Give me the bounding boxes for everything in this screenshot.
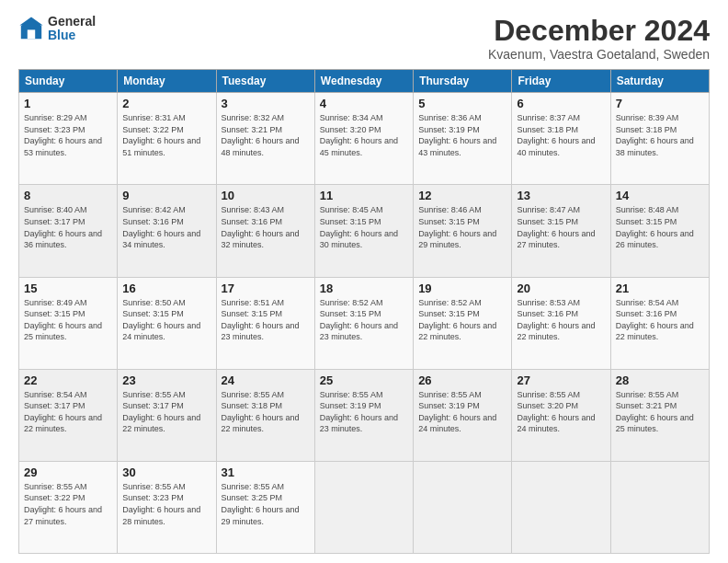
day-info: Sunrise: 8:54 AMSunset: 3:16 PMDaylight:… xyxy=(616,297,704,343)
calendar-cell: 23Sunrise: 8:55 AMSunset: 3:17 PMDayligh… xyxy=(118,369,216,461)
day-number: 21 xyxy=(616,282,704,295)
calendar-page: General Blue December 2024 Kvaenum, Vaes… xyxy=(0,0,728,563)
day-info: Sunrise: 8:48 AMSunset: 3:15 PMDaylight:… xyxy=(616,204,704,250)
day-info: Sunrise: 8:36 AMSunset: 3:19 PMDaylight:… xyxy=(418,112,506,158)
day-info: Sunrise: 8:42 AMSunset: 3:16 PMDaylight:… xyxy=(122,204,210,250)
col-monday: Monday xyxy=(118,70,216,93)
day-info: Sunrise: 8:43 AMSunset: 3:16 PMDaylight:… xyxy=(222,204,310,250)
calendar-week-2: 8Sunrise: 8:40 AMSunset: 3:17 PMDaylight… xyxy=(19,185,710,277)
day-number: 7 xyxy=(616,97,704,110)
day-info: Sunrise: 8:55 AMSunset: 3:21 PMDaylight:… xyxy=(616,389,704,435)
calendar-cell xyxy=(610,461,709,553)
day-info: Sunrise: 8:47 AMSunset: 3:15 PMDaylight:… xyxy=(517,204,605,250)
day-info: Sunrise: 8:53 AMSunset: 3:16 PMDaylight:… xyxy=(517,297,605,343)
day-info: Sunrise: 8:55 AMSunset: 3:20 PMDaylight:… xyxy=(517,389,605,435)
calendar-cell xyxy=(512,461,610,553)
calendar-cell: 10Sunrise: 8:43 AMSunset: 3:16 PMDayligh… xyxy=(216,185,314,277)
day-number: 23 xyxy=(122,373,210,387)
day-number: 10 xyxy=(222,189,310,202)
col-friday: Friday xyxy=(512,70,610,93)
day-number: 11 xyxy=(320,189,408,202)
day-number: 1 xyxy=(24,97,112,110)
calendar-cell: 7Sunrise: 8:39 AMSunset: 3:18 PMDaylight… xyxy=(610,93,709,185)
day-info: Sunrise: 8:55 AMSunset: 3:18 PMDaylight:… xyxy=(222,389,310,435)
logo-icon xyxy=(18,16,44,41)
col-wednesday: Wednesday xyxy=(314,70,413,93)
calendar-cell: 5Sunrise: 8:36 AMSunset: 3:19 PMDaylight… xyxy=(414,93,512,185)
day-number: 18 xyxy=(320,282,408,295)
calendar-table: Sunday Monday Tuesday Wednesday Thursday… xyxy=(18,69,710,554)
calendar-cell: 8Sunrise: 8:40 AMSunset: 3:17 PMDaylight… xyxy=(19,185,118,277)
calendar-cell: 18Sunrise: 8:52 AMSunset: 3:15 PMDayligh… xyxy=(314,277,413,369)
day-info: Sunrise: 8:55 AMSunset: 3:25 PMDaylight:… xyxy=(222,481,310,527)
day-info: Sunrise: 8:34 AMSunset: 3:20 PMDaylight:… xyxy=(320,112,408,158)
calendar-cell: 12Sunrise: 8:46 AMSunset: 3:15 PMDayligh… xyxy=(414,185,512,277)
day-number: 2 xyxy=(122,97,210,110)
logo-blue: Blue xyxy=(48,29,96,42)
calendar-cell: 29Sunrise: 8:55 AMSunset: 3:22 PMDayligh… xyxy=(19,461,118,553)
calendar-cell: 4Sunrise: 8:34 AMSunset: 3:20 PMDaylight… xyxy=(314,93,413,185)
day-number: 20 xyxy=(517,282,605,295)
col-tuesday: Tuesday xyxy=(216,70,314,93)
calendar-cell: 13Sunrise: 8:47 AMSunset: 3:15 PMDayligh… xyxy=(512,185,610,277)
calendar-cell: 1Sunrise: 8:29 AMSunset: 3:23 PMDaylight… xyxy=(19,93,118,185)
day-number: 19 xyxy=(418,282,506,295)
logo-general: General xyxy=(48,15,96,29)
day-info: Sunrise: 8:45 AMSunset: 3:15 PMDaylight:… xyxy=(320,204,408,250)
calendar-cell xyxy=(414,461,512,553)
day-info: Sunrise: 8:55 AMSunset: 3:19 PMDaylight:… xyxy=(418,389,506,435)
day-number: 16 xyxy=(122,282,210,295)
calendar-cell: 26Sunrise: 8:55 AMSunset: 3:19 PMDayligh… xyxy=(414,369,512,461)
calendar-week-3: 15Sunrise: 8:49 AMSunset: 3:15 PMDayligh… xyxy=(19,277,710,369)
calendar-cell: 6Sunrise: 8:37 AMSunset: 3:18 PMDaylight… xyxy=(512,93,610,185)
day-number: 9 xyxy=(122,189,210,202)
calendar: Sunday Monday Tuesday Wednesday Thursday… xyxy=(18,69,710,554)
day-number: 29 xyxy=(24,465,112,479)
day-info: Sunrise: 8:52 AMSunset: 3:15 PMDaylight:… xyxy=(418,297,506,343)
day-info: Sunrise: 8:29 AMSunset: 3:23 PMDaylight:… xyxy=(24,112,112,158)
calendar-cell: 3Sunrise: 8:32 AMSunset: 3:21 PMDaylight… xyxy=(216,93,314,185)
calendar-cell: 25Sunrise: 8:55 AMSunset: 3:19 PMDayligh… xyxy=(314,369,413,461)
calendar-cell: 16Sunrise: 8:50 AMSunset: 3:15 PMDayligh… xyxy=(118,277,216,369)
day-info: Sunrise: 8:54 AMSunset: 3:17 PMDaylight:… xyxy=(24,389,112,435)
day-info: Sunrise: 8:49 AMSunset: 3:15 PMDaylight:… xyxy=(24,297,112,343)
day-number: 24 xyxy=(222,373,310,387)
day-number: 27 xyxy=(517,373,605,387)
svg-rect-2 xyxy=(28,30,35,40)
header: General Blue December 2024 Kvaenum, Vaes… xyxy=(18,15,710,62)
calendar-cell: 30Sunrise: 8:55 AMSunset: 3:23 PMDayligh… xyxy=(118,461,216,553)
calendar-cell: 28Sunrise: 8:55 AMSunset: 3:21 PMDayligh… xyxy=(610,369,709,461)
subtitle: Kvaenum, Vaestra Goetaland, Sweden xyxy=(488,47,710,62)
day-number: 31 xyxy=(222,465,310,479)
day-info: Sunrise: 8:37 AMSunset: 3:18 PMDaylight:… xyxy=(517,112,605,158)
calendar-week-1: 1Sunrise: 8:29 AMSunset: 3:23 PMDaylight… xyxy=(19,93,710,185)
day-number: 25 xyxy=(320,373,408,387)
day-info: Sunrise: 8:50 AMSunset: 3:15 PMDaylight:… xyxy=(122,297,210,343)
day-number: 13 xyxy=(517,189,605,202)
day-number: 14 xyxy=(616,189,704,202)
calendar-week-4: 22Sunrise: 8:54 AMSunset: 3:17 PMDayligh… xyxy=(19,369,710,461)
day-number: 6 xyxy=(517,97,605,110)
calendar-cell: 24Sunrise: 8:55 AMSunset: 3:18 PMDayligh… xyxy=(216,369,314,461)
logo: General Blue xyxy=(18,15,96,43)
day-info: Sunrise: 8:55 AMSunset: 3:22 PMDaylight:… xyxy=(24,481,112,527)
day-number: 3 xyxy=(222,97,310,110)
calendar-header-row: Sunday Monday Tuesday Wednesday Thursday… xyxy=(19,70,710,93)
calendar-cell: 27Sunrise: 8:55 AMSunset: 3:20 PMDayligh… xyxy=(512,369,610,461)
day-info: Sunrise: 8:39 AMSunset: 3:18 PMDaylight:… xyxy=(616,112,704,158)
day-number: 5 xyxy=(418,97,506,110)
calendar-week-5: 29Sunrise: 8:55 AMSunset: 3:22 PMDayligh… xyxy=(19,461,710,553)
logo-text: General Blue xyxy=(48,15,96,43)
day-number: 4 xyxy=(320,97,408,110)
day-info: Sunrise: 8:55 AMSunset: 3:19 PMDaylight:… xyxy=(320,389,408,435)
col-saturday: Saturday xyxy=(610,70,709,93)
day-number: 30 xyxy=(122,465,210,479)
day-number: 26 xyxy=(418,373,506,387)
calendar-cell: 11Sunrise: 8:45 AMSunset: 3:15 PMDayligh… xyxy=(314,185,413,277)
day-number: 28 xyxy=(616,373,704,387)
day-info: Sunrise: 8:51 AMSunset: 3:15 PMDaylight:… xyxy=(222,297,310,343)
day-number: 22 xyxy=(24,373,112,387)
day-number: 17 xyxy=(222,282,310,295)
title-block: December 2024 Kvaenum, Vaestra Goetaland… xyxy=(488,15,710,62)
col-thursday: Thursday xyxy=(414,70,512,93)
